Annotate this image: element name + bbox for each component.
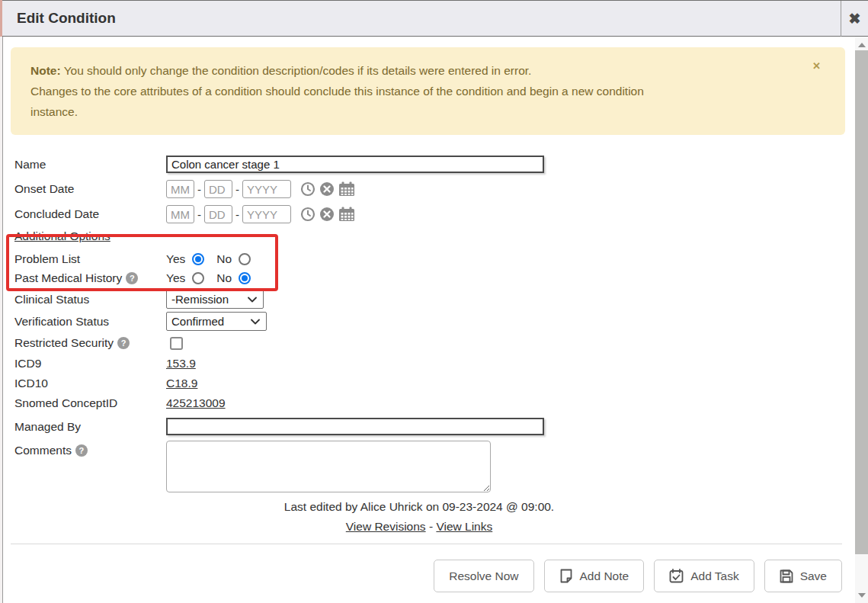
link-separator: - <box>429 520 433 533</box>
icd9-row: ICD9 153.9 <box>14 357 855 370</box>
calendar-check-icon <box>669 569 684 583</box>
name-input[interactable] <box>166 156 544 173</box>
clinical-status-select[interactable]: -Remission <box>166 290 264 309</box>
edit-condition-dialog: Edit Condition ✖ Note: You should only c… <box>0 0 868 603</box>
problem-list-radios: Yes No <box>166 252 251 266</box>
past-medical-history-label-text: Past Medical History <box>14 271 122 285</box>
save-label: Save <box>800 569 827 583</box>
date-dash: - <box>197 183 201 196</box>
add-task-button[interactable]: Add Task <box>654 560 754 592</box>
note-text-1: You should only change the condition des… <box>61 64 532 77</box>
icd10-row: ICD10 C18.9 <box>14 377 855 390</box>
dialog-title: Edit Condition <box>2 10 116 27</box>
problem-list-no-label: No <box>216 252 232 266</box>
save-icon <box>780 569 793 583</box>
onset-date-label: Onset Date <box>14 182 166 196</box>
icd9-label: ICD9 <box>14 357 166 370</box>
restricted-security-label-text: Restricted Security <box>14 336 114 350</box>
dialog-close-button[interactable]: ✖ <box>841 1 868 37</box>
note-line-3: instance. <box>30 101 799 122</box>
scroll-up-arrow[interactable] <box>855 38 868 51</box>
save-button[interactable]: Save <box>764 560 842 592</box>
snomed-code-link[interactable]: 425213009 <box>166 396 226 410</box>
onset-date-row: Onset Date - - <box>14 180 855 198</box>
comments-label-text: Comments <box>14 444 72 457</box>
problem-list-yes-radio[interactable] <box>192 253 204 265</box>
onset-date-inputs: - - <box>166 180 355 198</box>
scrollbar-thumb[interactable] <box>855 50 868 554</box>
scrollbar[interactable] <box>855 37 868 603</box>
note-line-1: Note: You should only change the conditi… <box>30 60 799 81</box>
clear-date-icon[interactable] <box>319 181 335 197</box>
dialog-body: Note: You should only change the conditi… <box>3 37 855 603</box>
onset-month-input[interactable] <box>166 180 194 198</box>
snomed-label: Snomed ConceptID <box>14 396 166 410</box>
dialog-titlebar: Edit Condition ✖ <box>2 0 868 37</box>
managed-by-input[interactable] <box>166 418 544 435</box>
verification-status-select[interactable]: Confirmed <box>166 312 267 331</box>
additional-options-link[interactable]: Additional Options <box>14 229 111 243</box>
last-edited-text: Last edited by Alice Uhrick on 09-23-202… <box>3 500 835 514</box>
past-medical-history-row: Past Medical History ? Yes No <box>14 271 855 285</box>
concluded-date-label: Concluded Date <box>14 207 166 221</box>
help-icon[interactable]: ? <box>126 272 138 284</box>
date-dash: - <box>235 208 239 221</box>
problem-list-no-radio[interactable] <box>239 253 251 265</box>
add-task-label: Add Task <box>690 569 738 583</box>
restricted-security-checkbox[interactable] <box>170 337 183 350</box>
pmh-yes-radio[interactable] <box>192 272 204 284</box>
icd10-code-link[interactable]: C18.9 <box>166 377 197 390</box>
concluded-month-input[interactable] <box>166 205 194 223</box>
icd10-label: ICD10 <box>14 377 166 390</box>
past-medical-history-label: Past Medical History ? <box>14 271 166 285</box>
warning-note-banner: Note: You should only change the conditi… <box>11 47 845 135</box>
clinical-status-row: Clinical Status -Remission <box>14 290 855 309</box>
past-medical-history-radios: Yes No <box>166 271 251 285</box>
close-icon: ✖ <box>849 11 861 26</box>
help-icon[interactable]: ? <box>117 337 130 349</box>
date-dash: - <box>197 208 201 221</box>
clear-date-icon[interactable] <box>319 207 335 222</box>
resolve-now-button[interactable]: Resolve Now <box>434 560 533 592</box>
clinical-status-value: -Remission <box>171 293 229 306</box>
add-note-button[interactable]: Add Note <box>544 560 645 592</box>
pmh-no-radio[interactable] <box>239 272 251 284</box>
onset-day-input[interactable] <box>204 180 232 198</box>
add-note-label: Add Note <box>580 569 629 583</box>
scroll-down-arrow[interactable] <box>855 589 868 601</box>
condition-form: Name Onset Date - - <box>3 135 855 492</box>
view-revisions-link[interactable]: View Revisions <box>346 520 426 533</box>
managed-by-row: Managed By <box>14 418 855 435</box>
note-dismiss-icon[interactable]: ✕ <box>812 61 821 71</box>
restricted-security-row: Restricted Security ? <box>14 336 855 350</box>
name-label: Name <box>14 158 166 172</box>
chevron-down-icon <box>251 319 260 325</box>
calendar-icon[interactable] <box>338 207 355 222</box>
problem-list-row: Problem List Yes No <box>14 252 855 266</box>
help-icon[interactable]: ? <box>75 444 88 457</box>
action-buttons: Resolve Now Add Note Add Task Save <box>3 544 855 592</box>
concluded-date-inputs: - - <box>166 205 355 223</box>
concluded-year-input[interactable] <box>242 205 291 223</box>
additional-options-row: Additional Options <box>14 229 855 243</box>
clock-icon[interactable] <box>300 181 315 197</box>
clock-icon[interactable] <box>300 207 315 222</box>
view-links-link[interactable]: View Links <box>436 520 492 533</box>
note-line-2: Changes to the core attributes of a cond… <box>30 81 799 101</box>
pmh-no-label: No <box>216 271 232 285</box>
name-row: Name <box>14 156 855 173</box>
icd9-code-link[interactable]: 153.9 <box>166 357 196 370</box>
verification-status-label: Verification Status <box>14 315 166 329</box>
comments-textarea[interactable] <box>166 441 491 492</box>
problem-list-yes-label: Yes <box>166 252 185 266</box>
snomed-row: Snomed ConceptID 425213009 <box>14 396 855 410</box>
chevron-down-icon <box>248 297 257 303</box>
calendar-icon[interactable] <box>338 181 355 197</box>
note-label: Note: <box>30 64 61 77</box>
clinical-status-label: Clinical Status <box>14 293 166 306</box>
onset-year-input[interactable] <box>242 180 291 198</box>
verification-status-value: Confirmed <box>171 315 224 328</box>
concluded-day-input[interactable] <box>204 205 232 223</box>
footer-links: View Revisions - View Links <box>3 520 835 534</box>
restricted-security-label: Restricted Security ? <box>14 336 166 350</box>
